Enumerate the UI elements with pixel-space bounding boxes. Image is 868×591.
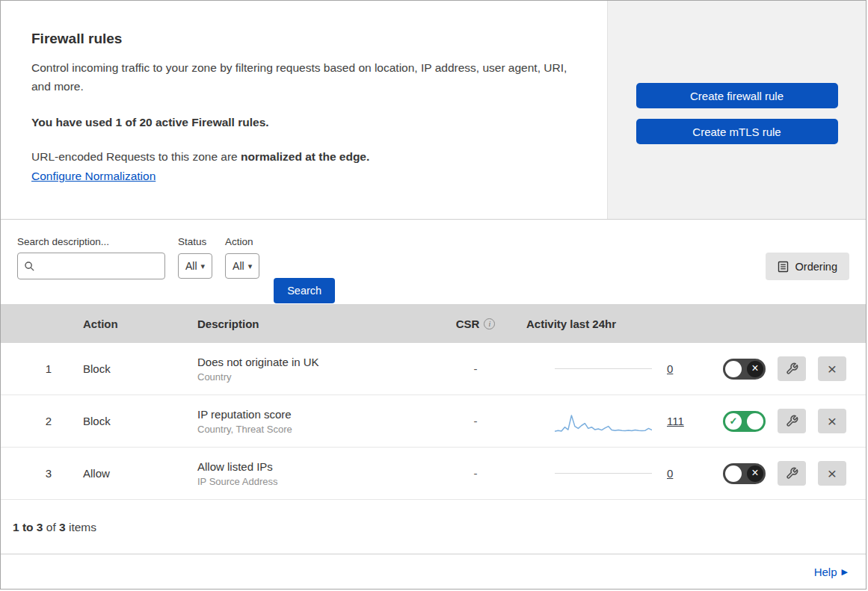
edit-rule-button[interactable] xyxy=(778,461,806,486)
pagination-items: items xyxy=(69,521,96,533)
rule-criteria: Country xyxy=(197,371,431,383)
table-row: 1 Block Does not originate in UK Country… xyxy=(1,343,866,395)
rule-description: Does not originate in UK Country xyxy=(197,356,431,383)
rule-action: Block xyxy=(68,415,197,427)
rule-title: Does not originate in UK xyxy=(197,356,431,368)
status-filter-value: All xyxy=(185,260,197,272)
delete-rule-button[interactable]: × xyxy=(818,409,846,433)
rule-activity: 0 xyxy=(520,362,707,375)
rule-priority: 3 xyxy=(1,467,68,480)
toggle-state-icon xyxy=(747,465,763,482)
actions-panel: Create firewall rule Create mTLS rule xyxy=(607,1,866,219)
column-activity: Activity last 24hr xyxy=(520,318,707,330)
edit-rule-button[interactable] xyxy=(778,409,806,433)
rule-action: Allow xyxy=(68,467,197,480)
status-filter-select[interactable]: All ▾ xyxy=(178,253,212,279)
action-filter-value: All xyxy=(233,260,244,272)
activity-count-link[interactable]: 0 xyxy=(667,467,673,480)
rule-controls: × xyxy=(707,356,866,381)
rule-csr: - xyxy=(431,415,520,427)
toggle-knob xyxy=(747,413,763,430)
toggle-knob xyxy=(725,465,742,482)
rule-sparkline xyxy=(555,409,652,434)
status-filter-group: Status All ▾ xyxy=(178,236,212,279)
create-mtls-rule-button[interactable]: Create mTLS rule xyxy=(636,119,838,144)
wrench-icon xyxy=(786,467,798,480)
chevron-down-icon: ▾ xyxy=(248,262,253,271)
rule-enabled-toggle[interactable] xyxy=(723,411,766,432)
normalization-note: URL-encoded Requests to this zone are no… xyxy=(31,150,577,164)
action-filter-label: Action xyxy=(225,236,259,247)
pagination-summary: 1 to 3 of 3 items xyxy=(1,500,866,554)
rule-priority: 1 xyxy=(1,362,68,375)
pagination-total: 3 xyxy=(59,521,66,533)
toggle-knob xyxy=(725,361,742,377)
rule-enabled-toggle[interactable] xyxy=(723,359,766,380)
toggle-state-icon xyxy=(747,361,763,377)
rule-activity: 0 xyxy=(520,467,707,480)
empty-sparkline xyxy=(555,473,652,474)
edit-rule-button[interactable] xyxy=(778,356,806,381)
column-action: Action xyxy=(68,318,197,330)
search-input-wrapper xyxy=(17,253,165,279)
help-label: Help xyxy=(814,566,837,578)
search-icon xyxy=(24,261,35,272)
normalization-note-bold: normalized at the edge. xyxy=(241,150,369,163)
activity-count-link[interactable]: 0 xyxy=(667,362,673,375)
rule-title: IP reputation score xyxy=(197,408,431,421)
create-firewall-rule-button[interactable]: Create firewall rule xyxy=(636,83,838,108)
rule-action: Block xyxy=(68,362,197,375)
activity-count-link[interactable]: 111 xyxy=(667,415,684,427)
search-group: Search description... xyxy=(17,236,165,279)
pagination-range: 1 to 3 xyxy=(13,521,43,533)
rule-enabled-toggle[interactable] xyxy=(723,463,766,484)
chevron-down-icon: ▾ xyxy=(201,262,206,271)
overview-card: Firewall rules Control incoming traffic … xyxy=(1,1,866,220)
delete-rule-button[interactable]: × xyxy=(818,461,846,486)
ordering-label: Ordering xyxy=(795,261,837,273)
rule-controls: × xyxy=(707,409,866,433)
status-filter-label: Status xyxy=(178,236,212,247)
delete-rule-button[interactable]: × xyxy=(818,356,846,381)
search-input[interactable] xyxy=(40,260,158,272)
usage-summary: You have used 1 of 20 active Firewall ru… xyxy=(31,116,577,129)
rule-criteria: Country, Threat Score xyxy=(197,424,431,435)
page-title: Firewall rules xyxy=(31,31,577,47)
close-icon: × xyxy=(828,465,837,481)
info-icon[interactable]: i xyxy=(484,318,495,329)
column-csr: CSR i xyxy=(431,318,520,330)
rule-description: Allow listed IPs IP Source Address xyxy=(197,460,431,487)
rule-criteria: IP Source Address xyxy=(197,476,431,487)
search-label: Search description... xyxy=(17,236,165,247)
wrench-icon xyxy=(786,415,798,427)
table-header: Action Description CSR i Activity last 2… xyxy=(1,304,866,343)
close-icon: × xyxy=(828,413,837,429)
action-filter-group: Action All ▾ xyxy=(225,236,259,279)
rule-csr: - xyxy=(431,362,520,375)
page-description: Control incoming traffic to your zone by… xyxy=(31,59,573,96)
rule-csr: - xyxy=(431,467,520,480)
column-description: Description xyxy=(197,318,431,330)
table-row: 3 Allow Allow listed IPs IP Source Addre… xyxy=(1,448,866,500)
rule-priority: 2 xyxy=(1,415,68,427)
rule-title: Allow listed IPs xyxy=(197,460,431,473)
normalization-note-text: URL-encoded Requests to this zone are xyxy=(31,150,241,163)
empty-sparkline xyxy=(555,368,652,369)
close-icon: × xyxy=(828,361,837,377)
action-filter-select[interactable]: All ▾ xyxy=(225,253,259,279)
table-row: 2 Block IP reputation score Country, Thr… xyxy=(1,395,866,448)
help-link[interactable]: Help ▶ xyxy=(814,566,848,578)
search-button[interactable]: Search xyxy=(274,278,335,303)
overview-text: Firewall rules Control incoming traffic … xyxy=(1,1,607,219)
ordering-icon xyxy=(778,261,789,273)
ordering-button[interactable]: Ordering xyxy=(766,253,849,280)
configure-normalization-link[interactable]: Configure Normalization xyxy=(31,170,156,183)
wrench-icon xyxy=(786,362,798,375)
arrow-right-icon: ▶ xyxy=(842,567,848,577)
rule-controls: × xyxy=(707,461,866,486)
pagination-of: of xyxy=(46,521,56,533)
rule-activity: 111 xyxy=(520,409,707,434)
column-csr-label: CSR xyxy=(456,318,480,330)
toggle-state-icon xyxy=(725,413,742,430)
filter-bar: Search description... Status All ▾ Actio… xyxy=(1,220,866,304)
